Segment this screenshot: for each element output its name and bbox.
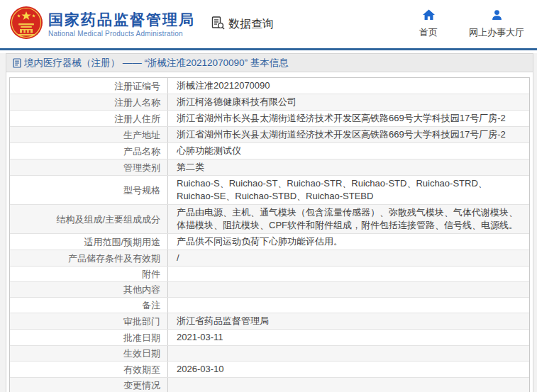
document-icon [13,58,21,68]
table-row: 适用范围/预期用途 产品供不同运动负荷下心肺功能评估用。 [10,233,529,250]
document-search-icon [211,16,226,33]
row-label: 有效期至 [10,362,168,377]
table-row: 注册人住所 浙江省湖州市长兴县太湖街道经济技术开发区高铁路669号大学科技园17… [10,110,529,126]
row-label: 其他内容 [10,282,168,297]
row-label: 注册证编号 [10,78,168,94]
row-value: 产品由电源、主机、通气模块（包含流量传感器）、弥散残气模块、气体代谢模块、体描模… [168,205,529,233]
national-emblem-icon [9,6,43,43]
content-panel: 境内医疗器械（注册） —— “浙械注准20212070090” 基本信息 注册证… [6,53,533,392]
row-label: 产品名称 [10,143,168,159]
header-nav: 首页 网上办事大厅 [419,0,537,48]
page-title-text: 境内医疗器械（注册） —— “浙械注准20212070090” 基本信息 [24,57,289,69]
row-value: 第二类 [168,159,529,175]
row-value [168,378,529,392]
row-value: 2026-03-10 [168,362,529,377]
table-row: 型号规格 Ruichao-S、Ruichao-ST、Ruichao-STR、Ru… [10,175,529,204]
row-value [168,282,529,297]
nav-home[interactable]: 首页 [419,9,438,39]
logo-title: 国家药品监督管理局 [48,11,195,28]
table-row: 注册证编号 浙械注准20212070090 [10,78,529,94]
row-label: 型号规格 [10,176,168,204]
row-label: 附件 [10,267,168,281]
row-label: 变更情况 [10,378,168,392]
table-row: 产品储存条件及有效期 / [10,250,529,266]
logo-text: 国家药品监督管理局 National Medical Products Admi… [48,11,195,38]
table-row: 注册人名称 浙江柯洛德健康科技有限公司 [10,94,529,110]
data-query-label: 数据查询 [228,17,274,32]
row-value: 浙江省湖州市长兴县太湖街道经济技术开发区高铁路669号大学科技园17号厂房-2 [168,111,529,126]
info-table: 注册证编号 浙械注准20212070090 注册人名称 浙江柯洛德健康科技有限公… [9,77,530,392]
table-row: 结构及组成/主要组成成分 产品由电源、主机、通气模块（包含流量传感器）、弥散残气… [10,204,529,233]
row-label: 备注 [10,298,168,313]
row-value: 浙江省湖州市长兴县太湖街道经济技术开发区高铁路669号大学科技园17号厂房-2 [168,127,529,142]
row-label: 生产地址 [10,127,168,142]
row-label: 产品储存条件及有效期 [10,250,168,266]
row-label: 注册人住所 [10,111,168,126]
logo-subtitle: National Medical Products Administration [48,30,195,38]
table-row: 生产地址 浙江省湖州市长兴县太湖街道经济技术开发区高铁路669号大学科技园17号… [10,126,529,142]
row-label: 审批部门 [10,313,168,329]
row-value [168,267,529,281]
row-label: 注册人名称 [10,94,168,110]
row-value: 浙江省药品监督管理局 [168,313,529,329]
row-label: 管理类别 [10,159,168,175]
row-value: 产品供不同运动负荷下心肺功能评估用。 [168,234,529,250]
table-row: 批准日期 2021-03-11 [10,329,529,345]
nmpa-logo[interactable]: 国家药品监督管理局 National Medical Products Admi… [9,6,195,43]
row-value: 心肺功能测试仪 [168,143,529,159]
row-label: 生效日期 [10,346,168,361]
row-value [168,346,529,361]
table-row: 其他内容 [10,281,529,297]
page-body: 境内医疗器械（注册） —— “浙械注准20212070090” 基本信息 注册证… [0,53,537,392]
nav-service-hall-label: 网上办事大厅 [469,26,524,39]
data-query-tab[interactable]: 数据查询 [211,16,274,33]
table-row: 管理类别 第二类 [10,159,529,175]
table-row: 有效期至 2026-03-10 [10,361,529,377]
table-row: 生效日期 [10,345,529,361]
table-row: 产品名称 心肺功能测试仪 [10,142,529,159]
row-value: Ruichao-S、Ruichao-ST、Ruichao-STR、Ruichao… [168,176,529,204]
site-header: 国家药品监督管理局 National Medical Products Admi… [0,0,537,48]
row-value: 2021-03-11 [168,330,529,345]
row-label: 结构及组成/主要组成成分 [10,205,168,233]
home-icon [423,9,435,23]
row-value: 浙械注准20212070090 [168,78,529,94]
table-row: 备注 [10,297,529,313]
row-label: 批准日期 [10,330,168,345]
nav-online-service-hall[interactable]: 网上办事大厅 [469,9,524,39]
row-value: 浙江柯洛德健康科技有限公司 [168,94,529,110]
user-icon [491,9,503,23]
row-value [168,298,529,313]
table-row: 审批部门 浙江省药品监督管理局 [10,313,529,329]
nav-home-label: 首页 [419,26,438,39]
row-value: / [168,250,529,266]
row-label: 适用范围/预期用途 [10,234,168,250]
table-row: 附件 [10,266,529,281]
table-row: 变更情况 [10,377,529,392]
page-title: 境内医疗器械（注册） —— “浙械注准20212070090” 基本信息 [6,54,533,72]
